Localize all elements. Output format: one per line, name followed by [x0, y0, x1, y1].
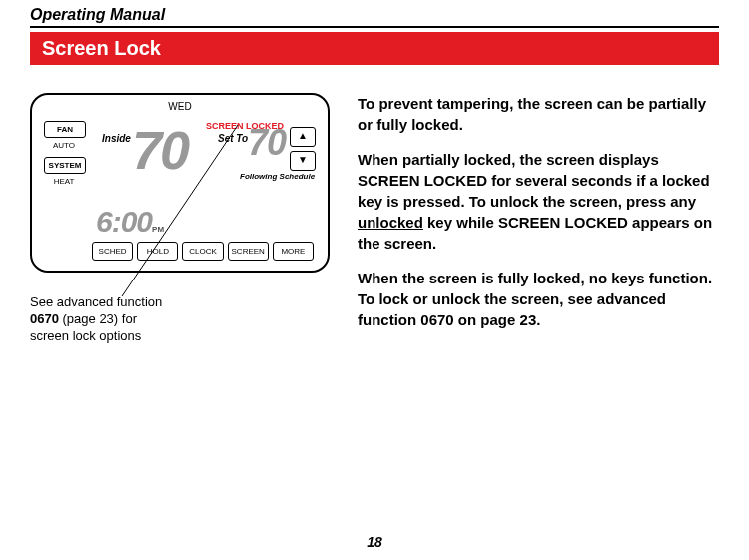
caption-text: See advanced function 0670 (page 23) for…	[30, 294, 330, 345]
following-schedule-label: Following Schedule	[240, 173, 315, 182]
sched-button[interactable]: SCHED	[92, 242, 133, 261]
divider	[30, 26, 719, 28]
section-banner: Screen Lock	[30, 32, 719, 65]
fan-mode-label: AUTO	[44, 141, 84, 150]
system-mode-label: HEAT	[44, 177, 84, 186]
thermostat-display: WED SCREEN LOCKED FAN AUTO SYSTEM HEAT I…	[30, 93, 330, 273]
page-number: 18	[0, 534, 749, 550]
hold-button[interactable]: HOLD	[137, 242, 178, 261]
p2d: unlocked	[358, 214, 423, 231]
set-temp: 70	[248, 125, 286, 161]
up-button[interactable]: ▲	[290, 127, 316, 147]
fan-button[interactable]: FAN	[44, 121, 86, 138]
inside-temp: 70	[132, 123, 188, 177]
caption-line1: See advanced function	[30, 294, 162, 309]
ampm-label: PM	[152, 225, 164, 234]
paragraph-2: When partially locked, the screen displa…	[358, 149, 719, 254]
day-label: WED	[32, 101, 328, 112]
setto-label: Set To	[218, 133, 248, 144]
caption-code: 0670	[30, 311, 59, 326]
screen-button[interactable]: SCREEN	[228, 242, 269, 261]
caption-line2: (page 23) for	[59, 311, 137, 326]
inside-label: Inside	[102, 133, 131, 144]
p3c: on page 23.	[454, 311, 541, 328]
body-text: To prevent tampering, the screen can be …	[358, 93, 719, 345]
down-button[interactable]: ▼	[290, 151, 316, 171]
p2a: When partially locked, the screen displa…	[358, 151, 659, 168]
p2b: SCREEN LOCKED	[358, 172, 487, 189]
time-value: 6:00	[96, 205, 152, 238]
paragraph-1: To prevent tampering, the screen can be …	[358, 93, 719, 135]
system-button[interactable]: SYSTEM	[44, 157, 86, 174]
time-display: 6:00PM	[96, 205, 164, 239]
p2e: key while	[423, 214, 498, 231]
more-button[interactable]: MORE	[273, 242, 314, 261]
paragraph-3: When the screen is fully locked, no keys…	[358, 268, 719, 330]
caption-line3: screen lock options	[30, 328, 141, 343]
p3b: 0670	[420, 311, 453, 328]
manual-header: Operating Manual	[30, 0, 719, 26]
bottom-button-row: SCHED HOLD CLOCK SCREEN MORE	[92, 242, 314, 261]
clock-button[interactable]: CLOCK	[182, 242, 223, 261]
p2f: SCREEN LOCKED	[498, 214, 628, 231]
